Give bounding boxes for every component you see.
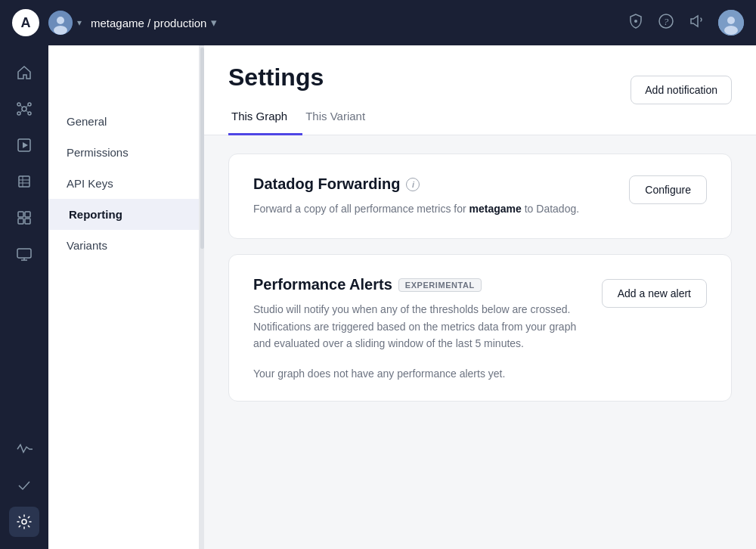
add-notification-button[interactable]: Add notification: [631, 76, 732, 104]
page-title: Settings: [228, 64, 380, 92]
svg-rect-25: [25, 212, 30, 217]
shield-icon[interactable]: [627, 13, 644, 33]
user-chevron-icon: ▾: [77, 17, 82, 28]
svg-rect-28: [17, 249, 31, 258]
user-avatar: [48, 11, 73, 35]
settings-icon[interactable]: [9, 507, 39, 537]
dashboard-icon[interactable]: [9, 203, 39, 233]
checkmark-icon[interactable]: [9, 470, 39, 501]
topnav-right-icons: ?: [627, 10, 744, 36]
svg-point-10: [17, 103, 20, 106]
configure-button[interactable]: Configure: [629, 175, 707, 204]
sidebar-item-reporting[interactable]: Reporting: [48, 199, 199, 230]
svg-rect-27: [25, 219, 30, 224]
svg-text:?: ?: [664, 16, 669, 27]
app-logo[interactable]: A: [12, 9, 39, 36]
sidebar-item-permissions[interactable]: Permissions: [48, 137, 199, 168]
performance-alerts-content: Performance Alerts EXPERIMENTAL Studio w…: [253, 276, 587, 352]
svg-point-31: [22, 520, 26, 524]
profile-avatar[interactable]: [718, 10, 744, 36]
breadcrumb-chevron-icon: ▾: [211, 16, 217, 29]
add-alert-button[interactable]: Add a new alert: [602, 279, 707, 308]
svg-line-16: [20, 110, 23, 113]
network-icon[interactable]: [9, 94, 39, 124]
user-avatar-nav[interactable]: ▾: [48, 11, 82, 35]
svg-point-12: [17, 112, 20, 115]
megaphone-icon[interactable]: [688, 13, 705, 33]
performance-alerts-header-row: Performance Alerts EXPERIMENTAL Studio w…: [253, 276, 707, 352]
left-nav-menu: General Permissions API Keys Reporting V…: [48, 45, 200, 549]
svg-rect-24: [18, 212, 23, 217]
sidebar-item-api-keys[interactable]: API Keys: [48, 168, 199, 199]
header-left: Settings This Graph This Variant: [228, 64, 380, 135]
datadog-info-icon[interactable]: i: [406, 178, 420, 191]
content-header: Settings This Graph This Variant Add not…: [204, 45, 756, 135]
breadcrumb[interactable]: metagame / production ▾: [91, 16, 217, 29]
svg-line-17: [26, 110, 28, 113]
svg-marker-19: [23, 142, 28, 148]
left-navigation: General Permissions API Keys Reporting V…: [48, 45, 204, 549]
datadog-card: Datadog Forwarding i Forward a copy of a…: [228, 154, 732, 239]
play-icon[interactable]: [9, 130, 39, 160]
tabs-container: This Graph This Variant: [228, 104, 380, 135]
main-layout: General Permissions API Keys Reporting V…: [0, 45, 756, 549]
tab-this-graph[interactable]: This Graph: [228, 104, 302, 135]
datadog-card-title: Datadog Forwarding i: [253, 175, 629, 193]
svg-point-8: [724, 26, 738, 35]
performance-alerts-description: Studio will notify you when any of the t…: [253, 301, 587, 352]
svg-rect-20: [19, 176, 29, 187]
svg-point-11: [28, 103, 31, 106]
svg-point-2: [54, 26, 67, 35]
sidebar-icons: [0, 45, 48, 549]
datadog-card-content: Datadog Forwarding i Forward a copy of a…: [253, 175, 629, 217]
main-content: Settings This Graph This Variant Add not…: [204, 45, 756, 549]
cards-area: Datadog Forwarding i Forward a copy of a…: [204, 135, 756, 420]
tab-this-variant[interactable]: This Variant: [302, 104, 380, 135]
sidebar-bottom-icons: [9, 434, 39, 537]
svg-point-7: [727, 17, 735, 24]
sidebar-item-general[interactable]: General: [48, 106, 199, 137]
top-navigation: A ▾ metagame / production ▾ ?: [0, 0, 756, 45]
svg-rect-26: [18, 219, 23, 224]
svg-line-14: [20, 106, 23, 108]
activity-icon[interactable]: [9, 434, 39, 464]
datadog-card-description: Forward a copy of all performance metric…: [253, 200, 616, 217]
help-icon[interactable]: ?: [658, 13, 674, 33]
home-icon[interactable]: [9, 57, 39, 88]
svg-line-15: [26, 106, 28, 108]
experimental-badge: EXPERIMENTAL: [398, 278, 482, 292]
performance-alerts-card: Performance Alerts EXPERIMENTAL Studio w…: [228, 254, 732, 401]
monitor-icon[interactable]: [9, 239, 39, 269]
layers-icon[interactable]: [9, 166, 39, 197]
performance-alerts-title: Performance Alerts EXPERIMENTAL: [253, 276, 587, 293]
svg-point-1: [57, 17, 64, 24]
no-alerts-text: Your graph does not have any performance…: [253, 368, 505, 380]
sidebar-item-variants[interactable]: Variants: [48, 230, 199, 261]
svg-point-13: [28, 112, 31, 115]
svg-point-3: [634, 20, 637, 23]
